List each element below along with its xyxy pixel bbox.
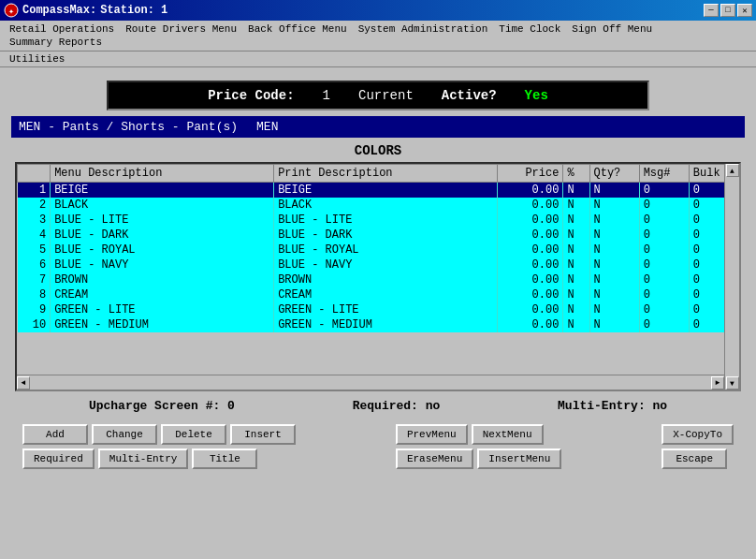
cell-price: 0.00 bbox=[498, 213, 563, 228]
table-row[interactable]: 3 BLUE - LITE BLUE - LITE 0.00 N N 0 0 bbox=[18, 213, 739, 228]
close-button[interactable]: ✕ bbox=[737, 4, 752, 17]
menu-retail-operations[interactable]: Retail Operations bbox=[4, 22, 120, 36]
cell-print: BLUE - LITE bbox=[274, 213, 498, 228]
active-label: Active? bbox=[442, 88, 497, 103]
cell-msg: 0 bbox=[639, 228, 689, 243]
app-name: CompassMax: bbox=[22, 4, 96, 17]
cell-menu: BLUE - DARK bbox=[51, 228, 274, 243]
required-button[interactable]: Required bbox=[22, 449, 94, 469]
th-pct: % bbox=[563, 165, 589, 183]
scroll-left-button[interactable]: ◄ bbox=[17, 376, 30, 390]
cell-pct: N bbox=[563, 228, 589, 243]
cell-pct: N bbox=[563, 213, 589, 228]
status-bar: Upcharge Screen #: 0 Required: no Multi-… bbox=[11, 391, 745, 420]
cell-qty: N bbox=[589, 198, 639, 213]
delete-button[interactable]: Delete bbox=[161, 424, 226, 445]
cell-price: 0.00 bbox=[498, 198, 563, 213]
scroll-up-button[interactable]: ▲ bbox=[726, 164, 739, 177]
minimize-button[interactable]: ─ bbox=[704, 4, 719, 17]
cell-pct: N bbox=[563, 272, 589, 287]
cell-pct: N bbox=[563, 302, 589, 317]
menu-sign-off[interactable]: Sign Off Menu bbox=[566, 22, 658, 36]
cell-pct: N bbox=[563, 317, 589, 332]
menu-system-admin[interactable]: System Administration bbox=[353, 22, 494, 36]
cell-num: 7 bbox=[18, 272, 51, 287]
svg-text:✦: ✦ bbox=[8, 7, 14, 17]
th-price: Price bbox=[498, 165, 563, 183]
scroll-right-button[interactable]: ► bbox=[711, 376, 724, 390]
insert-button[interactable]: Insert bbox=[230, 424, 296, 445]
cell-num: 1 bbox=[18, 183, 51, 199]
scroll-down-button[interactable]: ▼ bbox=[726, 376, 739, 390]
title-button[interactable]: Title bbox=[192, 449, 257, 469]
menu-back-office[interactable]: Back Office Menu bbox=[242, 22, 353, 36]
btn-row-1: Add Change Delete Insert bbox=[22, 424, 296, 445]
table-row[interactable]: 8 CREAM CREAM 0.00 N N 0 0 bbox=[18, 287, 739, 302]
cell-print: BROWN bbox=[274, 272, 498, 287]
vertical-scrollbar[interactable]: ▲ ▼ bbox=[724, 164, 739, 390]
right-row-2: Escape bbox=[662, 449, 734, 469]
left-btn-group: Add Change Delete Insert Required Multi-… bbox=[22, 424, 296, 469]
table-scroll-area[interactable]: Menu Description Print Description Price… bbox=[17, 164, 739, 378]
table-row[interactable]: 5 BLUE - ROYAL BLUE - ROYAL 0.00 N N 0 0 bbox=[18, 243, 739, 257]
table-row[interactable]: 10 GREEN - MEDIUM GREEN - MEDIUM 0.00 N … bbox=[18, 317, 739, 332]
maximize-button[interactable]: □ bbox=[720, 4, 735, 17]
horizontal-scrollbar[interactable]: ◄ ► bbox=[17, 375, 724, 390]
th-menu-desc: Menu Description bbox=[51, 165, 274, 183]
cell-qty: N bbox=[589, 302, 639, 317]
cell-num: 6 bbox=[18, 257, 51, 272]
cell-msg: 0 bbox=[639, 213, 689, 228]
cell-msg: 0 bbox=[639, 243, 689, 257]
category-code: MEN bbox=[256, 120, 278, 134]
cell-menu: GREEN - MEDIUM bbox=[51, 317, 274, 332]
cell-print: BEIGE bbox=[274, 183, 498, 199]
cell-price: 0.00 bbox=[498, 302, 563, 317]
menu-time-clock[interactable]: Time Clock bbox=[493, 22, 566, 36]
cell-price: 0.00 bbox=[498, 228, 563, 243]
multi-entry-button[interactable]: Multi-Entry bbox=[98, 449, 189, 469]
table-row[interactable]: 9 GREEN - LITE GREEN - LITE 0.00 N N 0 0 bbox=[18, 302, 739, 317]
escape-button[interactable]: Escape bbox=[662, 449, 727, 469]
next-menu-button[interactable]: NextMenu bbox=[472, 424, 544, 445]
change-button[interactable]: Change bbox=[92, 424, 157, 445]
table-row[interactable]: 1 BEIGE BEIGE 0.00 N N 0 0 bbox=[18, 183, 739, 199]
cell-qty: N bbox=[589, 213, 639, 228]
cell-print: BLACK bbox=[274, 198, 498, 213]
cell-print: BLUE - ROYAL bbox=[274, 243, 498, 257]
table-row[interactable]: 4 BLUE - DARK BLUE - DARK 0.00 N N 0 0 bbox=[18, 228, 739, 243]
cell-print: GREEN - MEDIUM bbox=[274, 317, 498, 332]
buttons-row: Add Change Delete Insert Required Multi-… bbox=[11, 420, 745, 473]
cell-menu: BLUE - LITE bbox=[51, 213, 274, 228]
cell-msg: 0 bbox=[639, 317, 689, 332]
cell-pct: N bbox=[563, 287, 589, 302]
btn-row-2: Required Multi-Entry Title bbox=[22, 449, 296, 469]
menu-utilities[interactable]: Utilities bbox=[4, 52, 70, 66]
menu-bar: Retail Operations Route Drivers Menu Bac… bbox=[0, 21, 756, 51]
table-row[interactable]: 6 BLUE - NAVY BLUE - NAVY 0.00 N N 0 0 bbox=[18, 257, 739, 272]
insert-menu-button[interactable]: InsertMenu bbox=[477, 449, 561, 469]
utilities-bar: Utilities bbox=[0, 51, 756, 67]
cell-num: 9 bbox=[18, 302, 51, 317]
cell-qty: N bbox=[589, 183, 639, 199]
main-content: Price Code: 1 Current Active? Yes MEN - … bbox=[0, 67, 756, 480]
table-row[interactable]: 7 BROWN BROWN 0.00 N N 0 0 bbox=[18, 272, 739, 287]
mid-row-2: EraseMenu InsertMenu bbox=[396, 449, 561, 469]
cell-price: 0.00 bbox=[498, 272, 563, 287]
cell-menu: BEIGE bbox=[51, 183, 274, 199]
cell-msg: 0 bbox=[639, 272, 689, 287]
cell-msg: 0 bbox=[639, 257, 689, 272]
required-status: Required: no bbox=[353, 399, 441, 413]
cell-msg: 0 bbox=[639, 302, 689, 317]
menu-summary-reports[interactable]: Summary Reports bbox=[4, 36, 108, 49]
price-code-label: Price Code: bbox=[208, 88, 294, 103]
copy-to-button[interactable]: X-CopyTo bbox=[662, 424, 734, 445]
cell-menu: BLUE - ROYAL bbox=[51, 243, 274, 257]
cell-msg: 0 bbox=[639, 198, 689, 213]
menu-route-drivers[interactable]: Route Drivers Menu bbox=[120, 22, 242, 36]
table-row[interactable]: 2 BLACK BLACK 0.00 N N 0 0 bbox=[18, 198, 739, 213]
erase-menu-button[interactable]: EraseMenu bbox=[396, 449, 473, 469]
right-btn-group: X-CopyTo Escape bbox=[662, 424, 734, 469]
cell-price: 0.00 bbox=[498, 317, 563, 332]
prev-menu-button[interactable]: PrevMenu bbox=[396, 424, 468, 445]
add-button[interactable]: Add bbox=[22, 424, 88, 445]
